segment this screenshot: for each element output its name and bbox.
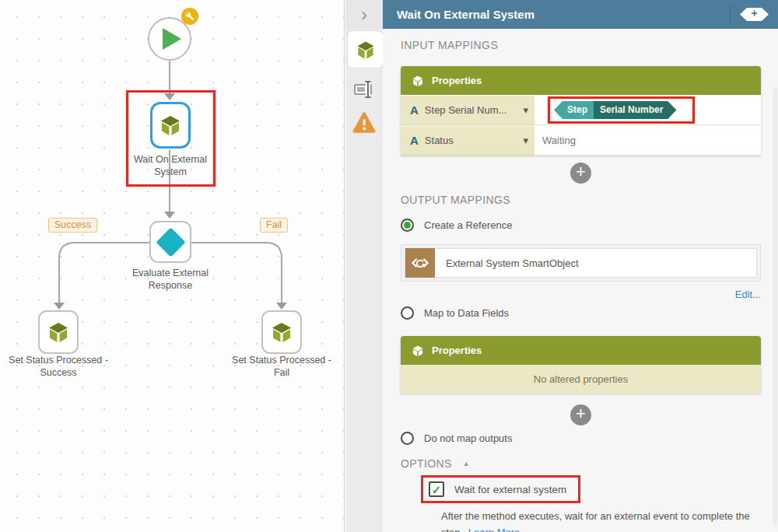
tab-rename[interactable] (345, 79, 383, 100)
annotation-box-tag: Step Serial Number (548, 96, 695, 124)
node-label: Set Status Processed - Success (6, 355, 110, 379)
chevron-down-icon: ▾ (523, 104, 528, 116)
cube-icon (355, 39, 377, 61)
play-icon (163, 28, 181, 50)
properties-header: Properties (401, 66, 761, 95)
collapse-panel-button[interactable]: › (345, 0, 383, 29)
cube-icon (158, 113, 183, 138)
input-mappings-heading: INPUT MAPPINGS (401, 39, 761, 51)
collapse-section-icon[interactable]: ▲ (463, 460, 470, 467)
wrench-badge-icon[interactable] (181, 8, 198, 25)
chevron-down-icon: ▾ (523, 135, 528, 146)
expand-icon[interactable]: + (740, 8, 769, 21)
connector-lines (0, 0, 345, 532)
decision-diamond-icon (156, 227, 185, 257)
panel-body: INPUT MAPPINGS Properties A Step Serial … (383, 39, 778, 532)
output-mappings-heading: OUTPUT MAPPINGS (401, 194, 761, 206)
node-set-status-fail[interactable] (261, 310, 302, 354)
reference-item-label: External System SmartObject (446, 257, 579, 269)
options-heading: OPTIONS (401, 457, 452, 470)
tab-smartobject[interactable] (348, 31, 383, 68)
input-properties-block: Properties A Step Serial Num... ▾ Step S… (401, 66, 761, 156)
config-panel: Wait On External System + INPUT MAPPINGS… (383, 0, 778, 532)
tab-warnings[interactable] (345, 111, 383, 134)
properties-header-label: Properties (432, 345, 482, 356)
property-dropdown[interactable]: A Step Serial Num... ▾ (401, 96, 534, 125)
panel-header: Wait On External System + (383, 0, 778, 29)
node-label: Evaluate External Response (112, 268, 229, 292)
add-output-mapping-button[interactable]: + (570, 404, 591, 425)
node-label: Set Status Processed - Fail (230, 355, 334, 379)
radio-icon[interactable] (401, 432, 414, 445)
no-altered-properties-text: No altered properties (401, 365, 761, 394)
property-row-status: A Status ▾ Waiting (401, 125, 761, 156)
reference-item[interactable]: External System SmartObject (405, 248, 757, 278)
properties-header: Properties (401, 336, 761, 365)
node-wait-on-external-system[interactable] (150, 102, 191, 149)
branch-label-success: Success (48, 218, 97, 233)
property-dropdown[interactable]: A Status ▾ (401, 126, 534, 156)
panel-scrollbar[interactable] (773, 87, 777, 527)
text-type-icon: A (410, 103, 419, 117)
field-tag[interactable]: Step Serial Number (554, 101, 676, 119)
cube-icon (46, 320, 71, 345)
do-not-map-outputs-option[interactable]: Do not map outputs (401, 432, 761, 445)
create-reference-option[interactable]: Create a Reference (401, 219, 761, 232)
checkbox-label: Wait for external system (454, 484, 566, 495)
annotation-box-checkbox: ✓ Wait for external system (421, 475, 580, 503)
radio-selected-icon[interactable] (401, 219, 414, 232)
workflow-canvas[interactable]: Wait On External System Evaluate Externa… (0, 0, 345, 532)
properties-header-label: Properties (432, 75, 482, 86)
panel-tab-strip: › (345, 0, 383, 532)
branch-label-fail: Fail (260, 218, 288, 233)
cube-icon (269, 320, 294, 345)
map-to-data-fields-option[interactable]: Map to Data Fields (401, 306, 761, 320)
wait-for-external-system-checkbox[interactable]: ✓ (429, 481, 444, 497)
radio-icon[interactable] (401, 306, 414, 320)
header-divider (730, 5, 731, 24)
add-input-mapping-button[interactable]: + (570, 163, 591, 184)
node-evaluate-external-response[interactable] (149, 221, 191, 263)
cube-icon (412, 75, 424, 87)
chevron-right-icon: › (361, 5, 367, 24)
reference-list: External System SmartObject (401, 244, 761, 282)
warning-icon (352, 111, 377, 134)
panel-title: Wait On External System (397, 8, 730, 21)
edit-link[interactable]: Edit... (735, 289, 761, 300)
property-value-cell[interactable]: Step Serial Number (534, 96, 761, 125)
check-icon: ✓ (432, 484, 442, 495)
option-description: After the method executes, wait for an e… (441, 509, 771, 532)
property-row-step-serial-number: A Step Serial Num... ▾ Step Serial Numbe… (401, 95, 761, 125)
node-set-status-success[interactable] (38, 310, 79, 354)
cube-icon (412, 345, 424, 357)
property-value-cell[interactable]: Waiting (534, 126, 761, 156)
text-type-icon: A (410, 134, 419, 147)
learn-more-link[interactable]: Learn More... (468, 527, 528, 532)
output-properties-block: Properties No altered properties (401, 336, 761, 394)
smartobject-icon (405, 248, 435, 278)
rename-icon (353, 79, 375, 100)
node-label: Wait On External System (117, 154, 224, 178)
